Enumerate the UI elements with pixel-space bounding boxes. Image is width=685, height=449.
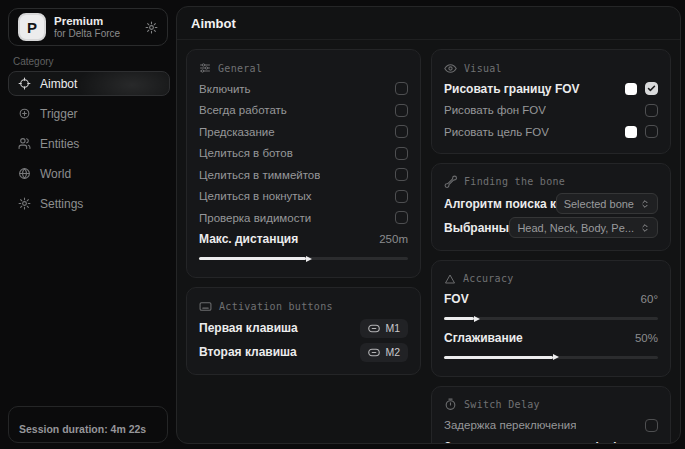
visual-section-header: Visual xyxy=(444,58,658,78)
visual-row: Рисовать цель FOV xyxy=(444,121,658,143)
activation-section-header: Activation buttons xyxy=(199,296,408,316)
globe-icon xyxy=(18,167,31,180)
fov-slider[interactable] xyxy=(444,317,658,320)
checkbox[interactable] xyxy=(395,104,408,117)
visual-label: Рисовать цель FOV xyxy=(444,126,549,138)
sidebar-item-aimbot[interactable]: Aimbot xyxy=(8,71,170,96)
mouse-icon xyxy=(368,324,380,333)
sidebar-item-settings[interactable]: Settings xyxy=(8,191,170,216)
toggle-row: Целиться в нокнутых xyxy=(199,186,408,208)
toggle-row: Задержка переключения xyxy=(444,415,658,437)
chevrons-up-down-icon xyxy=(640,199,650,209)
activation-card: Activation buttons Первая клавиша M1 Вто… xyxy=(186,287,421,375)
color-swatch[interactable] xyxy=(625,83,637,95)
section-title: Switch Delay xyxy=(464,399,540,410)
page-title: Aimbot xyxy=(191,16,236,31)
checkbox[interactable] xyxy=(645,125,658,138)
gear-icon xyxy=(18,197,31,210)
sidebar-item-label: Entities xyxy=(40,137,79,151)
checkbox[interactable] xyxy=(395,125,408,138)
checkbox[interactable] xyxy=(395,82,408,95)
select-value: Selected bone xyxy=(564,198,634,210)
keybind-button[interactable]: M2 xyxy=(360,343,408,362)
keybind-value: M2 xyxy=(385,346,400,358)
visual-label: Рисовать фон FOV xyxy=(444,104,546,116)
keybind-button[interactable]: M1 xyxy=(360,319,408,338)
sidebar: P Premium for Delta Force Category Aimbo… xyxy=(0,0,176,449)
toggle-label: Задержка переключения xyxy=(444,419,576,431)
checkbox[interactable] xyxy=(395,211,408,224)
bone-card: Finding the bone Алгоритм поиска кост Se… xyxy=(431,163,671,251)
slider-value: 60° xyxy=(641,293,658,305)
slider-fill xyxy=(444,317,474,320)
general-card: General Включить Всегда работать Предска… xyxy=(186,49,421,278)
sidebar-item-label: Settings xyxy=(40,197,83,211)
bone-row: Выбранные кос Head, Neck, Body, Pe... xyxy=(444,216,658,240)
checkbox[interactable] xyxy=(395,168,408,181)
visual-label: Рисовать границу FOV xyxy=(444,82,580,96)
app-logo: P xyxy=(18,13,46,41)
max-distance-slider[interactable] xyxy=(199,257,408,260)
sidebar-item-label: World xyxy=(40,167,71,181)
visual-row: Рисовать фон FOV xyxy=(444,100,658,122)
bone-icon xyxy=(444,175,457,188)
keybind-value: M1 xyxy=(385,322,400,334)
checkbox[interactable] xyxy=(395,147,408,160)
keybind-label: Первая клавиша xyxy=(199,321,298,335)
toggle-label: Целиться в нокнутых xyxy=(199,190,312,202)
bone-algorithm-select[interactable]: Selected bone xyxy=(556,193,658,214)
app-titles: Premium for Delta Force xyxy=(54,14,120,41)
color-swatch[interactable] xyxy=(625,126,637,138)
toggle-label: Проверка видимости xyxy=(199,212,311,224)
sliders-icon xyxy=(199,62,211,74)
sidebar-item-label: Aimbot xyxy=(40,77,77,91)
selected-bones-select[interactable]: Head, Neck, Body, Pe... xyxy=(509,217,658,238)
delta-icon xyxy=(444,273,456,285)
app-name: Premium xyxy=(54,14,120,28)
slider-fill xyxy=(444,356,553,359)
slider-value: 1000 ms xyxy=(618,441,662,444)
visual-card: Visual Рисовать границу FOV Рисовать фон… xyxy=(431,49,671,154)
sidebar-item-world[interactable]: World xyxy=(8,161,170,186)
session-duration-text: Session duration: 4m 22s xyxy=(19,423,146,435)
trigger-icon xyxy=(18,107,31,120)
slider-label-row: Сглаживание 50% xyxy=(444,327,658,349)
accuracy-section-header: Accuracy xyxy=(444,269,658,289)
checkbox[interactable] xyxy=(645,82,658,95)
app-subtitle: for Delta Force xyxy=(54,28,120,41)
slider-label: Задержка переключения (мс) xyxy=(444,440,618,444)
sidebar-item-label: Trigger xyxy=(40,107,78,121)
mouse-icon xyxy=(368,348,380,357)
content: General Включить Всегда работать Предска… xyxy=(177,40,680,444)
toggle-row: Всегда работать xyxy=(199,100,408,122)
slider-value: 50% xyxy=(635,332,658,344)
page-header: Aimbot xyxy=(177,7,680,40)
toggle-row: Целиться в ботов xyxy=(199,143,408,165)
keybind-label: Вторая клавиша xyxy=(199,345,297,359)
sidebar-item-entities[interactable]: Entities xyxy=(8,131,170,156)
main-panel: Aimbot General Включить Всег xyxy=(176,6,681,444)
right-column: Visual Рисовать границу FOV Рисовать фон… xyxy=(431,49,671,444)
toggle-row: Целиться в тиммейтов xyxy=(199,164,408,186)
bone-label: Алгоритм поиска кост xyxy=(444,197,556,211)
sidebar-nav: Aimbot Trigger Entities World Settings xyxy=(8,71,170,216)
toggle-label: Предсказание xyxy=(199,126,275,138)
category-label: Category xyxy=(13,56,54,67)
sidebar-item-trigger[interactable]: Trigger xyxy=(8,101,170,126)
bone-label: Выбранные кос xyxy=(444,221,509,235)
smoothing-slider[interactable] xyxy=(444,356,658,359)
toggle-label: Всегда работать xyxy=(199,104,287,116)
slider-fill xyxy=(199,257,306,260)
crosshair-icon xyxy=(18,77,31,90)
brand-gear-icon[interactable] xyxy=(145,21,158,34)
keyboard-icon xyxy=(199,300,212,313)
slider-label: Сглаживание xyxy=(444,331,523,345)
checkbox[interactable] xyxy=(645,419,658,432)
switch-delay-card: Switch Delay Задержка переключения Задер… xyxy=(431,386,671,445)
toggle-row: Включить xyxy=(199,78,408,100)
checkbox[interactable] xyxy=(395,190,408,203)
entities-icon xyxy=(18,137,31,150)
select-value: Head, Neck, Body, Pe... xyxy=(517,222,634,234)
checkbox[interactable] xyxy=(645,104,658,117)
general-section-header: General xyxy=(199,58,408,78)
